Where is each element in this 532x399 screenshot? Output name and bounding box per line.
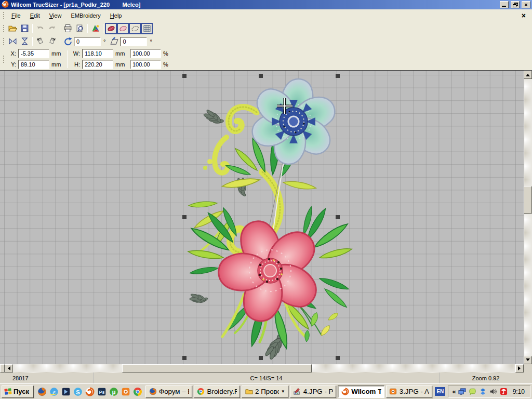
menu-help[interactable]: Help: [105, 10, 127, 21]
rotate-ccw-45-button[interactable]: [34, 36, 46, 47]
true-view-icon: [91, 24, 100, 33]
rotate-angle-input[interactable]: [74, 37, 101, 46]
titlebar[interactable]: Wilcom TrueSizer - [pr1a_Podkr_220 Melco…: [0, 0, 532, 9]
quick-launch-photoshop-icon[interactable]: Ps: [96, 386, 107, 397]
skew-tool-button[interactable]: [108, 36, 120, 47]
rotate-ccw-icon: [36, 37, 45, 46]
task-wilcom-active[interactable]: Wilcom T...: [338, 385, 384, 398]
quick-launch-viewer-icon[interactable]: [120, 386, 131, 397]
horizontal-scrollbar[interactable]: [0, 364, 524, 373]
toolbar-separator: [32, 24, 33, 33]
selection-handle: [259, 74, 263, 78]
task-acdsee[interactable]: 3.JPG - A...: [386, 385, 433, 398]
grid-toggle[interactable]: [141, 23, 153, 34]
scale-height-input[interactable]: [130, 60, 161, 69]
quick-launch-media-icon[interactable]: [60, 386, 71, 397]
undo-button[interactable]: [34, 23, 46, 34]
y-input[interactable]: [18, 60, 49, 69]
x-input[interactable]: [18, 49, 49, 58]
redo-button[interactable]: [46, 23, 58, 34]
properties-separator: [67, 50, 68, 68]
width-label: W:: [71, 50, 80, 57]
pane-splitter[interactable]: [0, 364, 5, 373]
toolbar-separator: [60, 24, 60, 33]
properties-grip[interactable]: [3, 55, 5, 63]
taskbar-clock[interactable]: 9:10: [510, 388, 526, 395]
quick-launch-firefox-icon[interactable]: [36, 386, 47, 397]
embroidery-design: [0, 71, 524, 364]
rotate-cw-45-button[interactable]: [46, 36, 58, 47]
task-folder-group[interactable]: 2 Прово... ▼: [242, 385, 288, 398]
width-unit: mm: [115, 50, 128, 57]
task-paint[interactable]: 4.JPG - Paint: [290, 385, 337, 398]
stitch-view-toggle[interactable]: [129, 23, 141, 34]
menubar-grip[interactable]: [3, 11, 5, 20]
outline-view-toggle[interactable]: [117, 23, 129, 34]
scroll-left-icon: [6, 366, 10, 370]
menu-edit[interactable]: Edit: [25, 10, 45, 21]
menu-file[interactable]: File: [7, 10, 25, 21]
y-unit: mm: [51, 61, 64, 68]
dropbox-icon[interactable]: [479, 388, 487, 396]
horizontal-scroll-thumb[interactable]: [122, 364, 312, 373]
task-label: Broidery.R...: [207, 388, 237, 395]
height-label: H:: [71, 61, 80, 68]
mirror-vertical-button[interactable]: [19, 36, 31, 47]
tray-overflow-chevron[interactable]: «: [452, 388, 456, 395]
open-button[interactable]: [7, 23, 19, 34]
quick-launch-wilcom-icon[interactable]: [84, 386, 95, 397]
toolbar-transform: ° °: [0, 35, 532, 48]
quick-launch-chrome-icon[interactable]: [132, 386, 143, 397]
selection-handle: [182, 74, 187, 78]
skew-angle-input[interactable]: [120, 37, 147, 46]
notes-icon[interactable]: [469, 388, 477, 396]
quick-launch-utorrent-icon[interactable]: µ: [108, 386, 119, 397]
toolbar-transform-grip[interactable]: [3, 37, 5, 46]
svg-text:S: S: [76, 389, 80, 395]
task-forum[interactable]: Форум – В...: [145, 385, 192, 398]
toolbar-main-grip[interactable]: [3, 24, 5, 33]
artistic-view-toggle[interactable]: [105, 23, 117, 34]
scrollbar-corner: [524, 364, 532, 373]
print-preview-button[interactable]: [74, 23, 86, 34]
y-label: Y:: [7, 61, 16, 68]
design-canvas[interactable]: [0, 71, 524, 364]
wilcom-app-icon: [2, 1, 9, 9]
antivirus-icon[interactable]: [500, 388, 508, 396]
quick-launch-skype-icon[interactable]: S: [72, 386, 83, 397]
document-close-icon[interactable]: ×: [517, 12, 530, 19]
toolbar-separator: [103, 24, 103, 33]
vertical-scrollbar[interactable]: [524, 71, 532, 364]
scroll-left-button[interactable]: [5, 364, 13, 373]
rotate-tool-button[interactable]: [62, 36, 74, 47]
scale-width-input[interactable]: [130, 49, 161, 58]
yellow-dot: [203, 166, 207, 170]
width-input[interactable]: [82, 49, 113, 58]
show-true-view-button[interactable]: [89, 23, 101, 34]
height-input[interactable]: [82, 60, 113, 69]
volume-icon[interactable]: [489, 388, 498, 396]
task-label: 4.JPG - Paint: [303, 388, 334, 395]
restore-button[interactable]: [511, 1, 520, 8]
quick-launch-ie-icon[interactable]: e: [48, 386, 59, 397]
task-broidery[interactable]: Broidery.R...: [194, 385, 241, 398]
open-folder-icon: [8, 24, 17, 33]
minimize-button[interactable]: [500, 1, 509, 8]
menu-view[interactable]: View: [45, 10, 66, 21]
scroll-right-button[interactable]: [515, 364, 524, 373]
mirror-horizontal-button[interactable]: [7, 36, 19, 47]
close-button[interactable]: ×: [522, 1, 530, 8]
start-button[interactable]: Пуск: [2, 385, 34, 398]
language-indicator[interactable]: EN: [435, 387, 445, 396]
vertical-scroll-thumb[interactable]: [524, 186, 532, 214]
scroll-up-button[interactable]: [524, 71, 532, 79]
start-label: Пуск: [14, 388, 29, 395]
scroll-down-button[interactable]: [524, 356, 532, 364]
save-button[interactable]: [19, 23, 31, 34]
stitch-count: 28017: [12, 375, 29, 381]
print-button[interactable]: [62, 23, 74, 34]
menu-embroidery[interactable]: EMBroidery: [66, 10, 105, 21]
network-monitor-icon[interactable]: [458, 388, 467, 396]
print-icon: [63, 24, 72, 33]
task-dropdown-icon[interactable]: ▼: [281, 389, 285, 394]
